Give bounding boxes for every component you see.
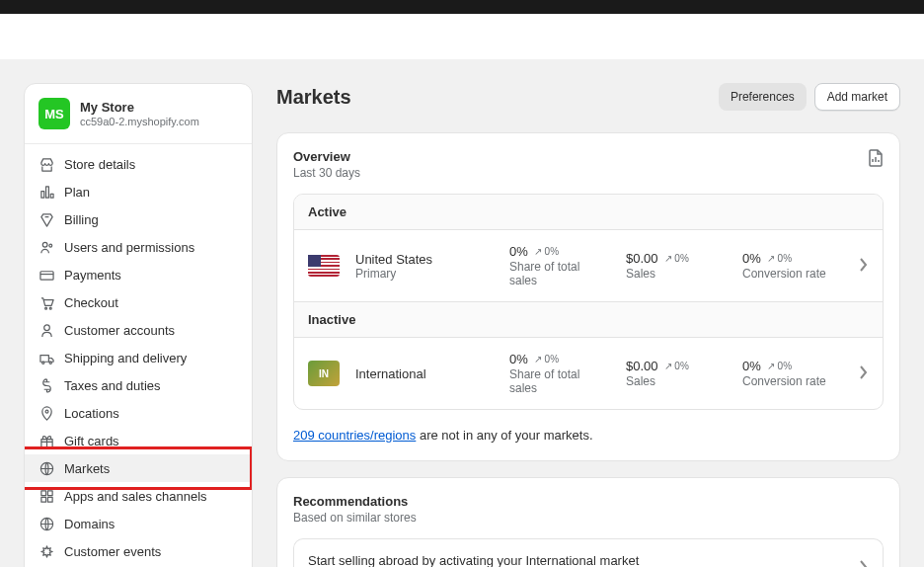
recommendations-sub: Based on similar stores (293, 511, 884, 525)
sidebar-item-label: Store details (64, 157, 135, 172)
stat-label: Conversion rate (742, 374, 843, 388)
sidebar-item-domains[interactable]: Domains (25, 510, 252, 537)
countries-notice-text: are not in any of your markets. (416, 428, 592, 443)
svg-point-3 (44, 307, 46, 309)
recommendation-row[interactable]: Start selling abroad by activating your … (293, 538, 884, 567)
recommendations-card: Recommendations Based on similar stores … (276, 477, 900, 567)
stat-change: ↗ 0% (767, 253, 792, 264)
stat-label: Conversion rate (742, 267, 843, 281)
sidebar-item-label: Plan (64, 185, 90, 200)
sidebar-item-customer-accounts[interactable]: Customer accounts (25, 316, 252, 344)
chevron-right-icon (859, 258, 869, 275)
sidebar-item-label: Markets (64, 461, 110, 476)
sidebar-item-store-details[interactable]: Store details (25, 150, 252, 178)
taxes-icon (38, 377, 54, 393)
locations-icon (38, 405, 54, 421)
sidebar-item-checkout[interactable]: Checkout (25, 288, 252, 316)
stat-change: ↗ 0% (534, 354, 559, 364)
market-name: United States (355, 252, 494, 267)
sidebar-item-label: Shipping and delivery (64, 351, 187, 365)
sidebar-item-billing[interactable]: Billing (25, 205, 252, 233)
sidebar-item-label: Taxes and duties (64, 378, 161, 393)
markets-table: Active United States Primary 0%↗ 0% Shar… (293, 194, 884, 410)
nav-list: Store detailsPlanBillingUsers and permis… (25, 144, 252, 567)
chevron-right-icon (859, 560, 869, 567)
inactive-section-head: Inactive (294, 301, 883, 338)
stat-value: 0% (742, 251, 761, 266)
whitebar (0, 14, 924, 59)
sidebar-item-shipping-and-delivery[interactable]: Shipping and delivery (25, 344, 252, 371)
sidebar-item-users-and-permissions[interactable]: Users and permissions (25, 233, 252, 261)
market-name: International (355, 366, 494, 381)
apps-icon (38, 488, 54, 504)
sidebar-item-gift-cards[interactable]: Gift cards (25, 427, 252, 454)
main-header: Markets Preferences Add market (276, 83, 900, 111)
settings-sidebar: MS My Store cc59a0-2.myshopify.com Store… (24, 83, 253, 567)
svg-rect-14 (40, 497, 45, 502)
stat-value: $0.00 (626, 359, 658, 373)
countries-notice: 209 countries/regions are not in any of … (293, 410, 884, 445)
svg-rect-13 (47, 490, 52, 495)
browser-topbar (0, 0, 924, 14)
sidebar-item-label: Customer events (64, 544, 161, 559)
store-header[interactable]: MS My Store cc59a0-2.myshopify.com (25, 84, 252, 144)
preferences-button[interactable]: Preferences (719, 83, 807, 111)
add-market-button[interactable]: Add market (814, 83, 900, 111)
sidebar-item-label: Checkout (64, 295, 118, 310)
store-domain: cc59a0-2.myshopify.com (80, 116, 199, 127)
flag-international-icon: IN (308, 361, 340, 386)
stat-label: Sales (626, 267, 727, 281)
sidebar-item-taxes-and-duties[interactable]: Taxes and duties (25, 371, 252, 399)
gift-icon (38, 433, 54, 448)
markets-icon (38, 460, 54, 476)
svg-rect-2 (39, 271, 52, 279)
svg-point-5 (43, 324, 49, 330)
sidebar-item-apps-and-sales-channels[interactable]: Apps and sales channels (25, 482, 252, 510)
stat-change: ↗ 0% (664, 253, 689, 264)
flag-us-icon (308, 255, 340, 277)
recommendation-title: Start selling abroad by activating your … (308, 553, 639, 567)
stat-label: Sales (626, 374, 727, 388)
svg-rect-6 (39, 355, 47, 362)
checkout-icon (38, 294, 54, 310)
page-title: Markets (276, 86, 351, 109)
svg-point-8 (49, 362, 51, 364)
svg-point-4 (49, 307, 51, 309)
sidebar-item-locations[interactable]: Locations (25, 399, 252, 427)
sidebar-item-label: Users and permissions (64, 240, 194, 255)
sidebar-item-label: Payments (64, 268, 121, 283)
stat-change: ↗ 0% (767, 361, 792, 371)
main-content: Markets Preferences Add market Overview … (276, 83, 900, 567)
market-row-us[interactable]: United States Primary 0%↗ 0% Share of to… (294, 230, 883, 301)
overview-card: Overview Last 30 days Active United Stat… (276, 132, 900, 461)
billing-icon (38, 211, 54, 227)
market-sub: Primary (355, 267, 494, 281)
svg-point-0 (42, 242, 47, 247)
stat-label: Share of total sales (509, 260, 610, 287)
chevron-right-icon (859, 365, 869, 382)
stat-change: ↗ 0% (534, 246, 559, 257)
sidebar-item-payments[interactable]: Payments (25, 261, 252, 288)
domains-icon (38, 516, 54, 531)
recommendations-title: Recommendations (293, 494, 884, 509)
sidebar-item-label: Billing (64, 212, 99, 227)
sidebar-item-plan[interactable]: Plan (25, 178, 252, 205)
countries-notice-link[interactable]: 209 countries/regions (293, 428, 416, 443)
plan-icon (38, 184, 54, 200)
users-icon (38, 239, 54, 255)
overview-sub: Last 30 days (293, 166, 360, 180)
stat-value: $0.00 (626, 251, 658, 266)
events-icon (38, 543, 54, 559)
sidebar-item-markets[interactable]: Markets (25, 454, 252, 482)
market-row-international[interactable]: IN International 0%↗ 0% Share of total s… (294, 338, 883, 409)
store-icon (38, 156, 54, 172)
report-icon[interactable] (868, 149, 884, 170)
store-badge: MS (38, 98, 70, 129)
sidebar-item-label: Gift cards (64, 434, 119, 448)
svg-point-9 (45, 410, 48, 413)
sidebar-item-label: Customer accounts (64, 323, 175, 338)
sidebar-item-customer-events[interactable]: Customer events (25, 537, 252, 565)
customer-icon (38, 322, 54, 338)
stat-change: ↗ 0% (664, 361, 689, 371)
svg-rect-15 (47, 497, 52, 502)
